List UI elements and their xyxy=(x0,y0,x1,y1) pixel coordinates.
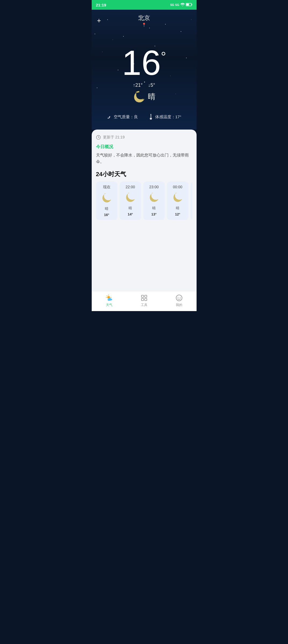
nav-tools[interactable]: 工具 xyxy=(127,291,162,311)
air-quality-text: 空气质量：良 xyxy=(114,114,138,120)
moon-icon xyxy=(133,90,146,103)
svg-point-16 xyxy=(108,298,111,300)
thermometer-icon xyxy=(149,114,153,120)
location-pin-icon: 📍 xyxy=(138,23,150,27)
hour-card-1: 22:00 晴 14° xyxy=(120,182,141,220)
today-description: 天气较好，不会降水，因此您可放心出门，无须带雨伞。 xyxy=(96,152,192,165)
signal-5g-2-icon: 5G xyxy=(175,3,179,6)
main-temperature: 16 xyxy=(122,45,161,80)
svg-point-4 xyxy=(150,117,152,120)
hourly-scroll: 现在 晴 16° 22:00 晴 14° 23:00 晴 13° 00:00 xyxy=(96,182,192,222)
wifi-icon xyxy=(180,3,185,7)
svg-rect-1 xyxy=(191,4,192,5)
hour-moon-icon-1 xyxy=(125,192,136,203)
city-name: 北京 📍 xyxy=(138,14,150,27)
svg-rect-2 xyxy=(186,4,189,6)
update-time-text: 更新于 21:19 xyxy=(103,135,125,140)
nav-mine-label: 我的 xyxy=(176,303,182,307)
air-quality-item: 空气质量：良 xyxy=(107,114,138,120)
nav-weather-label: 天气 xyxy=(106,303,112,307)
temperature-section: 16° ↑21° ↓5° 晴 xyxy=(92,29,197,109)
svg-point-22 xyxy=(177,297,178,298)
battery-icon xyxy=(186,3,192,7)
hour-moon-icon-0 xyxy=(101,192,112,203)
nav-tools-label: 工具 xyxy=(141,303,147,307)
svg-point-21 xyxy=(176,295,182,301)
weather-background: + 北京 📍 16° ↑21° ↓5° 晴 空气 xyxy=(92,10,197,130)
hourly-title: 24小时天气 xyxy=(96,170,192,178)
feels-like-text: 体感温度：17° xyxy=(155,114,182,120)
svg-rect-19 xyxy=(141,298,144,301)
low-temp: ↓5° xyxy=(148,82,155,88)
bottom-navigation: 天气 工具 我的 xyxy=(92,291,197,311)
hour-moon-icon-3 xyxy=(172,192,183,203)
degree-symbol: ° xyxy=(161,50,166,63)
high-low-temps: ↑21° ↓5° xyxy=(92,82,197,88)
signal-5g-1-icon: 5G xyxy=(170,3,174,6)
feels-like-item: 体感温度：17° xyxy=(149,114,182,120)
today-title: 今日概况 xyxy=(96,144,192,150)
hour-card-0: 现在 晴 16° xyxy=(96,182,118,220)
status-icons: 5G 5G xyxy=(170,3,192,7)
leaf-icon xyxy=(107,114,112,119)
update-time-row: 更新于 21:19 xyxy=(96,135,192,140)
top-navigation: + 北京 📍 xyxy=(92,10,197,29)
tools-nav-icon xyxy=(140,294,148,302)
clock-icon xyxy=(96,135,101,140)
nav-mine[interactable]: 我的 xyxy=(162,291,197,311)
svg-rect-17 xyxy=(141,295,144,297)
add-city-button[interactable]: + xyxy=(97,17,101,24)
air-quality-row: 空气质量：良 体感温度：17° xyxy=(92,109,197,124)
svg-rect-5 xyxy=(150,115,151,118)
hour-card-2: 23:00 晴 13° xyxy=(143,182,165,220)
high-temp: ↑21° xyxy=(133,82,143,88)
status-time: 21:19 xyxy=(96,3,106,7)
mine-nav-icon xyxy=(175,294,183,302)
nav-weather[interactable]: 天气 xyxy=(92,291,127,311)
svg-rect-20 xyxy=(145,298,147,301)
main-card: 更新于 21:19 今日概况 天气较好，不会降水，因此您可放心出门，无须带雨伞。… xyxy=(92,130,197,291)
svg-rect-18 xyxy=(145,295,147,297)
weather-text: 晴 xyxy=(148,92,155,102)
hour-card-3: 00:00 晴 12° xyxy=(167,182,189,220)
weather-description: 晴 xyxy=(92,90,197,103)
status-bar: 21:19 5G 5G xyxy=(92,0,197,10)
svg-point-23 xyxy=(180,297,180,298)
svg-line-12 xyxy=(106,295,107,296)
weather-nav-icon xyxy=(105,294,113,302)
hour-card-4: 01:00 晴 11° xyxy=(191,182,192,220)
hour-moon-icon-2 xyxy=(149,192,159,203)
